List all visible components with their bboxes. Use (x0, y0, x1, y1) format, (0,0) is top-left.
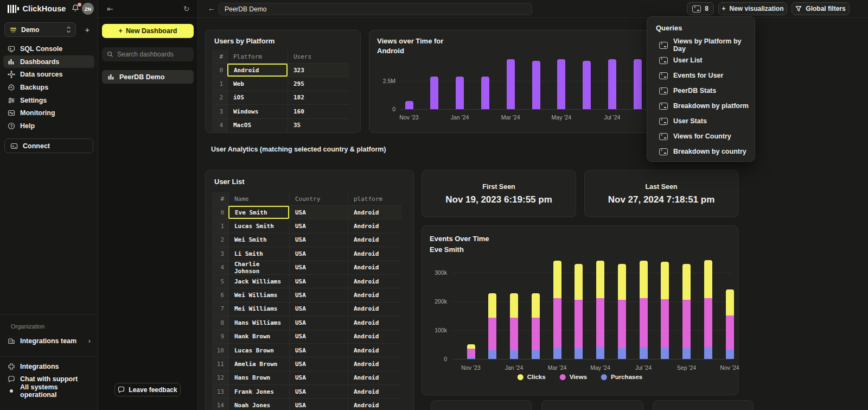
sidebar-item-dashboards[interactable]: Dashboards (3, 55, 94, 68)
y-axis-tick: 200k (425, 298, 447, 305)
table-cell[interactable]: USA (289, 344, 348, 357)
row-index: 3 (212, 247, 228, 260)
back-button[interactable]: ← (207, 3, 216, 13)
legend-item-views[interactable]: Views (560, 374, 587, 380)
table-cell[interactable]: Lucas Brown (228, 344, 289, 357)
table-cell[interactable]: USA (289, 357, 348, 370)
notifications-bell-icon[interactable] (71, 4, 81, 14)
sidebar-item-sql-console[interactable]: SQL Console (3, 42, 94, 55)
table-cell[interactable]: USA (289, 399, 348, 410)
table-cell[interactable]: Android (348, 344, 401, 357)
workspace-select[interactable]: Demo (4, 22, 76, 37)
table-cell[interactable]: Android (348, 302, 401, 316)
new-dashboard-button[interactable]: + New Dashboard (102, 24, 194, 38)
table-cell[interactable]: Android (348, 385, 401, 398)
table-cell[interactable]: USA (289, 219, 348, 232)
table-cell[interactable]: USA (289, 275, 348, 288)
query-item-breakdown-by-country[interactable]: Breakdown by country (656, 144, 755, 159)
table-cell[interactable]: Android (348, 288, 401, 301)
sidebar-footer-integrations[interactable]: Integrations (3, 361, 94, 373)
table-cell[interactable]: Windows (227, 105, 288, 118)
collapse-panel-icon[interactable]: ⇤ (107, 5, 113, 12)
table-cell[interactable]: Wei Williams (228, 288, 289, 301)
sidebar-item-backups[interactable]: Backups (3, 81, 94, 94)
table-cell[interactable]: USA (289, 330, 348, 343)
table-cell[interactable]: Hans Williams (228, 316, 289, 329)
table-cell[interactable]: iOS (227, 91, 288, 104)
table-cell[interactable]: Eve Smith (228, 206, 289, 219)
table-cell[interactable]: Hank Brown (228, 330, 289, 343)
legend-item-purchases[interactable]: Purchases (601, 374, 642, 380)
table-cell[interactable]: Jack Williams (228, 275, 289, 288)
leave-feedback-button[interactable]: Leave feedback (114, 383, 181, 396)
query-item-views-by-platform-by-day[interactable]: Views by Platform by Day (656, 37, 755, 53)
table-cell[interactable]: Frank Jones (228, 385, 289, 398)
table-cell[interactable]: Amelia Brown (228, 357, 289, 370)
table-cell[interactable]: Android (348, 330, 401, 343)
table-cell[interactable]: 35 (288, 119, 349, 132)
new-visualization-button[interactable]: + New visualization (718, 2, 787, 15)
table-cell[interactable]: Noah Jones (228, 399, 289, 410)
dashboard-list-item-peerdb[interactable]: PeerDB Demo (102, 70, 194, 84)
query-item-breakdown-by-platform[interactable]: Breakdown by platform (656, 98, 755, 113)
sidebar-item-help[interactable]: Help (3, 119, 94, 133)
table-cell[interactable]: Android (348, 371, 401, 384)
table-cell[interactable]: 295 (288, 77, 349, 90)
table-cell[interactable]: MacOS (227, 119, 288, 132)
query-item-user-stats[interactable]: User Stats (656, 113, 755, 129)
table-cell[interactable]: Android (348, 219, 401, 232)
row-index: 2 (212, 234, 228, 247)
table-cell[interactable]: USA (289, 371, 348, 384)
add-workspace-button[interactable]: + (81, 23, 93, 35)
organization-team-item[interactable]: Integrations team › (3, 334, 94, 348)
table-cell[interactable]: USA (289, 288, 348, 301)
table-cell[interactable]: Android (348, 206, 401, 219)
query-item-views-for-country[interactable]: Views for Country (656, 129, 755, 144)
table-cell[interactable]: USA (289, 206, 348, 219)
x-axis-tick: Jul '24 (635, 364, 652, 371)
table-cell[interactable]: 160 (288, 105, 349, 118)
legend-item-clicks[interactable]: Clicks (518, 374, 546, 380)
table-cell[interactable]: Android (348, 399, 401, 410)
table-cell[interactable]: 182 (288, 91, 349, 104)
table-cell[interactable]: Android (348, 261, 401, 274)
table-cell[interactable]: Lucas Smith (228, 219, 289, 232)
table-cell[interactable]: Android (348, 275, 401, 288)
table-cell[interactable]: USA (289, 385, 348, 398)
table-cell[interactable]: Android (348, 357, 401, 370)
sidebar-footer-all-systems-operational[interactable]: All systems operational (3, 385, 94, 398)
query-item-peerdb-stats[interactable]: PeerDB Stats (656, 83, 755, 98)
query-item-user-list[interactable]: User List (656, 53, 755, 68)
table-cell[interactable]: USA (289, 302, 348, 316)
sidebar-item-data-sources[interactable]: Data sources (3, 68, 94, 81)
query-item-events-for-user[interactable]: Events for User (656, 68, 755, 83)
queries-count-button[interactable]: 8 (687, 2, 714, 15)
table-cell[interactable]: USA (289, 316, 348, 329)
table-cell[interactable]: USA (289, 261, 348, 274)
sidebar-item-monitoring[interactable]: Monitoring (3, 106, 94, 119)
bar-segment-clicks (510, 293, 518, 318)
table-cell[interactable]: Charlie Johnson (228, 261, 289, 274)
table-cell[interactable]: Android (348, 247, 401, 260)
table-cell[interactable]: Li Smith (228, 247, 289, 260)
table-cell[interactable]: Android (348, 234, 401, 247)
table-cell[interactable]: Android (348, 316, 401, 329)
refresh-icon[interactable]: ↻ (183, 5, 190, 12)
table-cell[interactable]: USA (289, 247, 348, 260)
dashboard-title-input[interactable]: PeerDB Demo (219, 3, 532, 15)
global-filters-button[interactable]: Global filters (792, 2, 850, 15)
table-cell[interactable]: 323 (288, 64, 349, 77)
table-cell[interactable]: Web (227, 77, 288, 90)
table-cell[interactable]: Mei Williams (228, 302, 289, 316)
connect-button[interactable]: Connect (4, 138, 93, 153)
sidebar-item-settings[interactable]: Settings (3, 94, 94, 107)
avatar[interactable]: ZN (82, 3, 94, 15)
search-dashboards-input[interactable]: Search dashboards (102, 47, 194, 61)
table-cell[interactable]: Android (227, 64, 288, 77)
table-cell[interactable]: USA (289, 234, 348, 247)
table-cell[interactable]: Hans Brown (228, 371, 289, 384)
bar-segment-purchases (510, 350, 518, 359)
x-axis-tick: Mar '24 (501, 114, 520, 121)
table-row: 3Li SmithUSAAndroid (212, 247, 401, 260)
table-cell[interactable]: Wei Smith (228, 234, 289, 247)
